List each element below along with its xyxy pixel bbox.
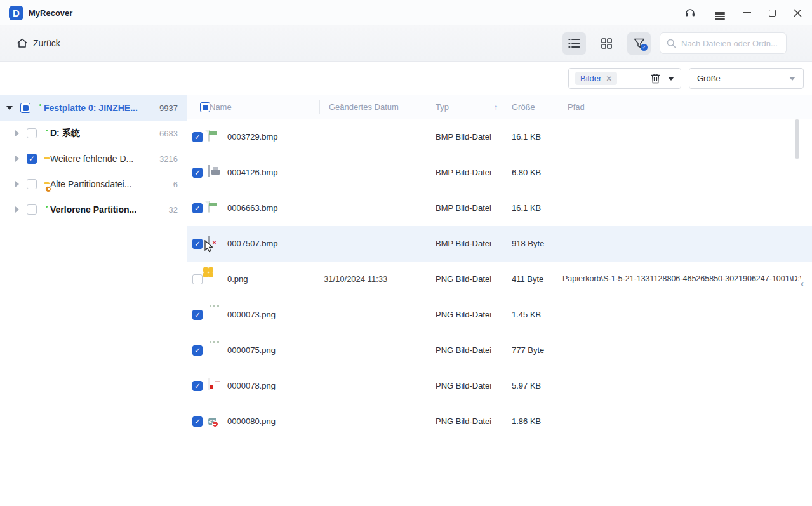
menu-icon [715, 12, 725, 13]
tree-item-count: 6 [173, 180, 178, 189]
file-type: PNG Bild-Datei [436, 416, 491, 426]
tree-item-label: Weitere fehlende D... [50, 154, 133, 164]
green-thumbnail-icon [208, 343, 222, 357]
support-headset-button[interactable] [679, 0, 701, 25]
sidebar-item-d-drive[interactable]: D: 系统 6683 [0, 121, 187, 146]
row-checkbox-checked[interactable] [192, 381, 203, 391]
sidebar-item-verlorene-partition[interactable]: Verlorene Partition... 32 [0, 197, 187, 222]
minimize-icon [743, 12, 751, 13]
row-checkbox-checked[interactable] [192, 416, 203, 427]
table-row[interactable]: 0000078.png PNG Bild-Datei 5.97 KB [187, 368, 812, 404]
size-filter-label: Größe [697, 74, 721, 83]
tree-item-count: 3216 [159, 154, 178, 164]
select-all-checkbox[interactable] [200, 102, 210, 112]
tree-checkbox[interactable] [27, 179, 37, 189]
filter-button[interactable]: ✓ [627, 32, 651, 55]
table-scrollbar-thumb[interactable] [795, 119, 799, 159]
column-header-date[interactable]: Geändertes Datum [329, 102, 399, 112]
tree-checkbox-checked[interactable] [27, 154, 37, 164]
tree-item-label: Alte Partitionsdatei... [50, 179, 131, 189]
status-footer: ✓ Scan abgeschlossen. Gefundene Datei(en… [0, 451, 812, 506]
table-row[interactable]: 0000075.png PNG Bild-Datei 777 Byte [187, 333, 812, 368]
row-checkbox-checked[interactable] [192, 168, 203, 178]
column-header-path[interactable]: Pfad [568, 102, 585, 112]
table-row[interactable]: 0003729.bmp BMP Bild-Datei 16.1 KB [187, 119, 812, 155]
file-size: 918 Byte [512, 239, 544, 248]
clear-filters-trash-icon[interactable] [651, 73, 660, 84]
tree-collapse-icon[interactable] [6, 106, 13, 110]
table-row[interactable]: 0006663.bmp BMP Bild-Datei 16.1 KB [187, 190, 812, 226]
tree-checkbox[interactable] [27, 204, 37, 215]
bmp-file-icon [208, 201, 222, 215]
file-date: 31/10/2024 11:33 [324, 274, 387, 284]
file-type: PNG Bild-Datei [436, 381, 491, 390]
file-size: 1.45 KB [512, 310, 541, 319]
size-dropdown-arrow-icon [789, 77, 795, 81]
table-row[interactable]: <> 0000080.png PNG Bild-Datei 1.86 KB [187, 404, 812, 439]
tree-item-label: D: 系统 [50, 128, 80, 139]
file-type: PNG Bild-Datei [436, 345, 491, 355]
file-name: 0000080.png [227, 416, 276, 426]
file-name: 0007507.bmp [227, 239, 278, 248]
back-button[interactable]: Zurück [17, 37, 60, 49]
tree-expand-icon[interactable] [15, 156, 19, 162]
chip-remove-icon[interactable]: ✕ [606, 74, 612, 83]
search-input[interactable] [681, 39, 783, 48]
table-row[interactable]: 0000073.png PNG Bild-Datei 1.45 KB [187, 297, 812, 333]
column-divider [319, 100, 320, 114]
file-name: 0003729.bmp [227, 132, 278, 142]
column-header-type[interactable]: Typ [436, 102, 449, 112]
grid-view-button[interactable] [595, 32, 618, 55]
tree-item-label: Festplatte 0: JINZHE... [44, 103, 138, 113]
table-row-highlighted[interactable]: 0007507.bmp BMP Bild-Datei 918 Byte [187, 226, 812, 262]
row-checkbox[interactable] [192, 274, 203, 284]
row-checkbox-checked[interactable] [192, 345, 203, 356]
main-menu-button[interactable] [709, 0, 731, 25]
tree-item-count: 9937 [159, 103, 178, 113]
bmp-file-icon [208, 130, 222, 144]
size-filter-combo[interactable]: Größe [689, 68, 804, 89]
tree-expand-icon[interactable] [15, 181, 19, 187]
close-button[interactable] [787, 0, 808, 25]
row-checkbox-checked[interactable] [192, 239, 203, 249]
column-divider [559, 100, 559, 114]
toolbar: Zurück ✓ [0, 25, 812, 62]
sidebar-item-festplatte0[interactable]: Festplatte 0: JINZHE... 9937 [0, 95, 187, 121]
red-thumbnail-icon [208, 379, 222, 393]
search-box[interactable] [660, 32, 787, 54]
table-row[interactable]: 0004126.bmp BMP Bild-Datei 6.80 KB [187, 155, 812, 190]
tree-expand-icon[interactable] [15, 206, 19, 213]
tree-expand-icon[interactable] [15, 130, 19, 136]
column-header-size[interactable]: Größe [512, 102, 535, 112]
tree-item-count: 32 [169, 205, 178, 215]
row-checkbox-checked[interactable] [192, 132, 203, 142]
list-view-button[interactable] [562, 32, 586, 55]
type-filter-chip[interactable]: Bilder ✕ [575, 72, 617, 85]
mouse-cursor [204, 240, 214, 253]
file-type: BMP Bild-Datei [436, 168, 491, 177]
column-header-name[interactable]: Name [210, 102, 232, 112]
file-type: BMP Bild-Datei [436, 132, 491, 142]
sidebar-item-weitere-fehlende[interactable]: Weitere fehlende D... 3216 [0, 146, 187, 171]
collapse-panel-chevron-icon[interactable]: ‹ [801, 278, 804, 290]
maximize-button[interactable] [761, 0, 783, 25]
file-path: Papierkorb\S-1-5-21-1331128806-465265850… [562, 274, 801, 283]
app-title: MyRecover [29, 8, 72, 18]
minimize-button[interactable] [736, 0, 757, 25]
file-name: 0006663.bmp [227, 203, 278, 213]
maximize-icon [769, 10, 776, 17]
table-row[interactable]: 0.png 31/10/2024 11:33 PNG Bild-Datei 41… [187, 262, 812, 297]
tree-checkbox-indeterminate[interactable] [20, 103, 30, 113]
file-type: BMP Bild-Datei [436, 203, 491, 213]
row-checkbox-checked[interactable] [192, 310, 203, 320]
file-name: 0004126.bmp [227, 168, 278, 177]
file-size: 1.86 KB [512, 416, 541, 426]
row-checkbox-checked[interactable] [192, 203, 203, 213]
file-name: 0000073.png [227, 310, 276, 319]
home-icon [17, 37, 28, 49]
filter-dropdown-arrow-icon[interactable] [668, 77, 674, 81]
sidebar-item-alte-partition[interactable]: Alte Partitionsdatei... 6 [0, 171, 187, 197]
file-type-filter-combo[interactable]: Bilder ✕ [568, 68, 681, 89]
sort-ascending-icon[interactable]: ↑ [494, 102, 498, 112]
tree-checkbox[interactable] [27, 128, 37, 138]
